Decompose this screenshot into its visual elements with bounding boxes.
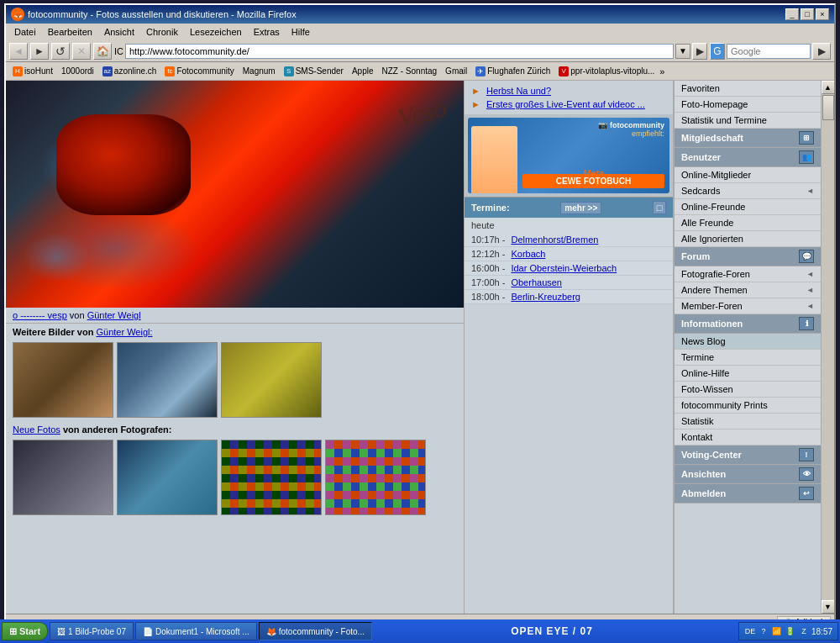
bookmark-gmail[interactable]: Gmail	[442, 66, 470, 76]
nav-online-freunde[interactable]: Online-Freunde	[675, 199, 821, 215]
nav-header-ansichten[interactable]: Ansichten 👁	[675, 465, 821, 484]
nav-header-abmelden[interactable]: Abmelden ↩	[675, 484, 821, 503]
minimize-button[interactable]: _	[785, 8, 799, 20]
news-link-2[interactable]: Erstes großes Live-Event auf videoc ...	[486, 99, 645, 109]
bookmark-apple[interactable]: Apple	[349, 66, 377, 76]
scroll-thumb[interactable]	[822, 95, 834, 120]
tray-network[interactable]: 📶	[771, 625, 783, 637]
fc-icon: fc	[165, 66, 175, 76]
new-thumb-3[interactable]	[221, 440, 322, 515]
nav-kontakt[interactable]: Kontakt	[675, 430, 821, 445]
ad-inner[interactable]: 📷 fotocommunity empfiehlt: Meta CEWE FOT…	[468, 118, 669, 193]
nav-header-forum[interactable]: Forum 💬	[675, 247, 821, 266]
schedule-link-1[interactable]: Delmenhorst/Bremen	[511, 235, 598, 245]
nav-header-mitgliedschaft[interactable]: Mitgliedschaft ⊞	[675, 129, 821, 148]
further-images-author-link[interactable]: Günter Weigl:	[96, 327, 152, 337]
nav-favoriten[interactable]: Favoriten	[675, 81, 821, 97]
vespa-image: Veso	[6, 81, 464, 308]
thumb-1[interactable]	[13, 342, 113, 418]
bookmark-magnum[interactable]: Magnum	[239, 66, 279, 76]
nav-foto-wissen[interactable]: Foto-Wissen	[675, 382, 821, 398]
nav-member-foren[interactable]: Member-Foren ◄	[675, 298, 821, 314]
nav-foto-homepage[interactable]: Foto-Homepage	[675, 97, 821, 113]
nav-online-hilfe[interactable]: Online-Hilfe	[675, 366, 821, 382]
new-photos-link[interactable]: Neue Fotos	[13, 424, 60, 435]
menu-bearbeiten[interactable]: Bearbeiten	[43, 26, 97, 38]
ad-cta-button[interactable]: CEWE FOTOBUCH	[522, 174, 664, 188]
bookmark-nzz[interactable]: NZZ - Sonntag	[379, 66, 441, 76]
tray-volume[interactable]: Z	[798, 625, 810, 637]
bookmark-1000ordi[interactable]: 1000ordi	[58, 66, 97, 76]
nav-alle-freunde[interactable]: Alle Freunde	[675, 215, 821, 231]
start-button[interactable]: ⊞ Start	[2, 622, 48, 640]
menu-hilfe[interactable]: Hilfe	[286, 26, 315, 38]
close-button[interactable]: ×	[816, 8, 829, 20]
address-bar[interactable]: http://www.fotocommunity.de/	[125, 44, 674, 59]
bookmark-azonline[interactable]: az azonline.ch	[99, 66, 160, 77]
window-controls: _ □ ×	[785, 8, 829, 20]
fotografie-arrow: ◄	[806, 270, 814, 278]
schedule-link-4[interactable]: Oberhausen	[511, 277, 562, 287]
taskbar-item-2[interactable]: 📄 Dokument1 - Microsoft ...	[135, 622, 257, 640]
menu-chronik[interactable]: Chronik	[141, 26, 183, 38]
stop-button[interactable]: ✕	[72, 43, 91, 60]
schedule-more-button[interactable]: mehr >>	[560, 202, 601, 214]
nav-andere-themen[interactable]: Andere Themen ◄	[675, 282, 821, 298]
address-dropdown[interactable]: ▼	[675, 44, 690, 59]
go-button[interactable]: ▶	[692, 43, 707, 60]
nav-header-benutzer[interactable]: Benutzer 👥	[675, 148, 821, 167]
bookmark-sms[interactable]: S SMS-Sender	[281, 66, 347, 77]
scroll-down-button[interactable]: ▼	[822, 600, 835, 614]
nav-news-blog[interactable]: News Blog	[675, 334, 821, 350]
back-button[interactable]: ◄	[9, 43, 28, 60]
thumb-3[interactable]	[221, 342, 322, 418]
nav-fc-prints[interactable]: fotocommunity Prints	[675, 398, 821, 414]
nav-alle-ignorierten[interactable]: Alle Ignorierten	[675, 231, 821, 247]
new-thumb-2[interactable]	[117, 440, 218, 515]
menu-ansicht[interactable]: Ansicht	[99, 26, 139, 38]
new-thumb-1[interactable]	[13, 440, 113, 515]
nav-statistik[interactable]: Statistik und Termine	[675, 113, 821, 129]
maximize-button[interactable]: □	[801, 8, 814, 20]
nav-fotografie-foren[interactable]: Fotografie-Foren ◄	[675, 266, 821, 282]
tray-lang[interactable]: DE	[744, 625, 756, 637]
photo-caption: o -------- vesp von Günter Weigl	[6, 308, 464, 324]
bookmark-flughafen[interactable]: ✈ Flughafen Zürich	[472, 66, 554, 77]
bookmark-label-apple: Apple	[352, 66, 374, 76]
scroll-track[interactable]	[822, 94, 835, 600]
tray-help[interactable]: ?	[758, 625, 769, 637]
nav-sedcards[interactable]: Sedcards ◄	[675, 183, 821, 199]
scroll-up-button[interactable]: ▲	[822, 81, 835, 94]
taskbar-item-3[interactable]: 🦊 fotocommunity - Foto...	[259, 622, 372, 640]
nav-header-informationen[interactable]: Informationen ℹ	[675, 314, 821, 334]
new-thumb-4[interactable]	[325, 440, 426, 515]
news-item-1: ► Herbst Na und?	[471, 84, 666, 98]
search-engine-icon[interactable]: G	[710, 43, 725, 60]
bookmark-fotocommunity[interactable]: fc Fotocommunity	[161, 66, 237, 77]
bookmark-isohunt[interactable]: H isoHunt	[9, 66, 56, 77]
schedule-link-3[interactable]: Idar Oberstein-Weierbach	[511, 263, 617, 273]
tray-battery[interactable]: 🔋	[785, 625, 796, 637]
news-link-1[interactable]: Herbst Na und?	[486, 86, 551, 96]
menu-lesezeichen[interactable]: Lesezeichen	[185, 26, 247, 38]
bookmark-ppr[interactable]: V ppr-vitolaplus-vitoplu...	[555, 66, 658, 77]
photo-author-link[interactable]: Günter Weigl	[87, 310, 141, 320]
forward-button[interactable]: ►	[30, 43, 49, 60]
home-button[interactable]: 🏠	[93, 43, 112, 60]
nav-online-mitglieder[interactable]: Online-Mitglieder	[675, 167, 821, 183]
taskbar-item-1[interactable]: 🖼 1 Bild-Probe 07	[50, 622, 134, 640]
menu-extras[interactable]: Extras	[249, 26, 285, 38]
azonline-icon: az	[102, 66, 113, 76]
thumb-2[interactable]	[117, 342, 218, 418]
schedule-link-5[interactable]: Berlin-Kreuzberg	[511, 292, 580, 302]
photo-title-link[interactable]: o -------- vesp	[13, 310, 67, 320]
search-button[interactable]: ▶	[812, 43, 831, 60]
bookmarks-more[interactable]: »	[659, 66, 664, 76]
menu-datei[interactable]: Datei	[9, 26, 41, 38]
refresh-button[interactable]: ↺	[51, 43, 70, 60]
nav-header-voting[interactable]: Voting-Center !	[675, 445, 821, 465]
nav-termine[interactable]: Termine	[675, 350, 821, 366]
schedule-link-2[interactable]: Korbach	[511, 249, 545, 259]
nav-statistik2[interactable]: Statistik	[675, 414, 821, 430]
search-input[interactable]	[727, 44, 811, 59]
